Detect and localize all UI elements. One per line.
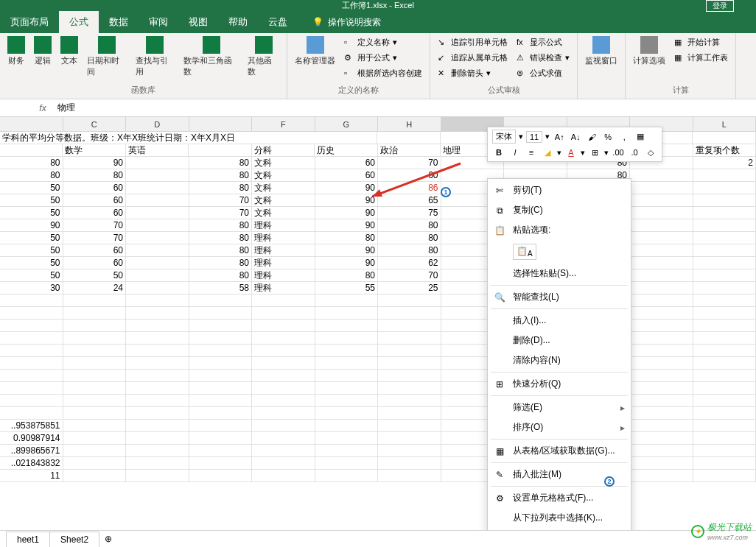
cell[interactable] — [252, 445, 315, 457]
cell[interactable] — [378, 407, 441, 420]
cell[interactable] — [315, 445, 379, 457]
cell[interactable] — [693, 232, 757, 244]
cell[interactable]: 理科 — [252, 257, 315, 269]
cell[interactable] — [126, 207, 189, 219]
name-manager-button[interactable]: 名称管理器 — [290, 35, 340, 68]
cell[interactable]: 2 — [693, 157, 757, 169]
cell[interactable] — [630, 294, 693, 307]
cell[interactable] — [630, 357, 693, 370]
cell[interactable]: 90 — [315, 244, 379, 257]
cell[interactable] — [252, 432, 315, 445]
cell[interactable] — [630, 307, 693, 320]
cell[interactable] — [126, 219, 189, 232]
cell[interactable]: 70 — [63, 219, 127, 232]
font-size-select[interactable]: 11 — [526, 131, 542, 143]
col-header[interactable]: C — [63, 117, 127, 131]
cell[interactable] — [252, 457, 315, 470]
cell[interactable] — [693, 282, 757, 294]
cell[interactable]: 50 — [0, 182, 63, 194]
cell[interactable] — [378, 420, 441, 432]
cell[interactable]: 30 — [0, 282, 63, 294]
cell[interactable] — [315, 370, 379, 382]
cell[interactable] — [630, 257, 693, 269]
cell[interactable]: 文科 — [252, 182, 315, 194]
cell[interactable]: 80 — [189, 244, 253, 257]
cell[interactable] — [377, 132, 441, 144]
formula-input[interactable]: 物理 — [52, 102, 756, 114]
cell[interactable] — [126, 345, 189, 357]
cell[interactable] — [630, 407, 693, 420]
cell[interactable] — [0, 320, 63, 332]
cell[interactable]: 70 — [378, 269, 441, 282]
create-from-sel-button[interactable]: ▫根据所选内容创建 — [344, 67, 422, 80]
format-painter-icon[interactable]: 🖌 — [585, 130, 598, 144]
trace-dependents-button[interactable]: ↙追踪从属单元格 — [438, 52, 508, 64]
calc-now-button[interactable]: ▦开始计算 — [674, 36, 720, 49]
cell[interactable]: 文科 — [252, 169, 315, 182]
lookup-button[interactable]: 查找与引用 — [131, 35, 180, 79]
cell[interactable]: 80 — [315, 232, 379, 244]
tab-help[interactable]: 帮助 — [218, 11, 258, 33]
cell[interactable]: 90 — [315, 182, 379, 194]
cell[interactable] — [252, 370, 315, 382]
cell[interactable] — [252, 307, 315, 320]
cell[interactable]: 80 — [315, 269, 379, 282]
cell[interactable] — [126, 307, 189, 320]
cell[interactable] — [630, 219, 693, 232]
remove-arrows-button[interactable]: ✕删除箭头 ▾ — [438, 67, 491, 80]
cell[interactable] — [693, 269, 757, 282]
cell[interactable] — [693, 132, 756, 144]
cell[interactable]: 数学 — [63, 144, 125, 157]
menu-item[interactable]: 插入(I)... — [488, 311, 631, 331]
cell[interactable] — [630, 445, 693, 457]
cell[interactable] — [693, 194, 757, 207]
cell[interactable] — [126, 232, 189, 244]
menu-item[interactable]: 🔍智能查找(L) — [488, 287, 631, 307]
sheet-tab[interactable]: heet1 — [6, 532, 50, 547]
cell[interactable]: 理科 — [252, 219, 315, 232]
cell[interactable] — [630, 382, 693, 395]
cell[interactable] — [63, 382, 127, 395]
cell[interactable] — [315, 345, 379, 357]
cell[interactable] — [630, 370, 693, 382]
cell[interactable] — [126, 269, 189, 282]
cell[interactable] — [63, 294, 127, 307]
cell[interactable]: 60 — [63, 182, 127, 194]
col-header[interactable]: D — [126, 117, 189, 131]
use-in-formula-button[interactable]: ⚙用于公式 ▾ — [344, 52, 397, 64]
comma-icon[interactable]: , — [617, 130, 631, 144]
tab-data[interactable]: 数据 — [99, 11, 139, 33]
cell[interactable] — [693, 432, 757, 445]
cell[interactable]: 60 — [63, 244, 127, 257]
cell[interactable] — [63, 407, 127, 420]
cell[interactable] — [378, 457, 441, 470]
cell[interactable]: 80 — [378, 244, 441, 257]
menu-item[interactable]: ✄剪切(T) — [488, 180, 631, 200]
cell[interactable]: ..899865671 — [0, 445, 63, 457]
cell[interactable] — [630, 244, 693, 257]
cell[interactable] — [0, 382, 63, 395]
cell[interactable] — [315, 294, 379, 307]
cell[interactable]: 60 — [63, 207, 127, 219]
error-check-button[interactable]: ⚠错误检查 ▾ — [517, 52, 570, 64]
fill-color-icon[interactable]: ◢ — [541, 146, 554, 159]
cell[interactable] — [126, 470, 189, 482]
cell[interactable] — [693, 345, 757, 357]
cell[interactable] — [693, 219, 757, 232]
cell[interactable] — [126, 320, 189, 332]
cell[interactable] — [189, 407, 253, 420]
tab-review[interactable]: 审阅 — [139, 11, 178, 33]
cell[interactable] — [189, 382, 253, 395]
cell[interactable] — [630, 345, 693, 357]
cell[interactable] — [63, 357, 127, 370]
cell[interactable]: 60 — [315, 157, 379, 169]
tab-layout[interactable]: 页面布局 — [0, 11, 59, 33]
cell[interactable] — [189, 320, 253, 332]
fx-icon[interactable]: fx — [34, 103, 52, 113]
finance-button[interactable]: 财务 — [3, 35, 29, 68]
cell[interactable] — [630, 420, 693, 432]
cell[interactable] — [693, 307, 757, 320]
cell[interactable] — [378, 382, 441, 395]
cell[interactable] — [63, 457, 127, 470]
cell[interactable]: 理科 — [252, 232, 315, 244]
